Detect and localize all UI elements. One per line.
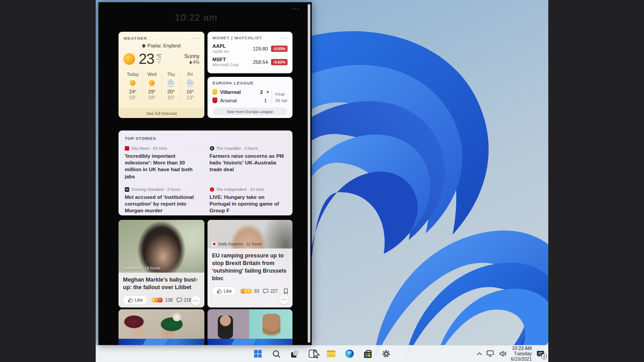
gear-icon <box>381 349 391 358</box>
fahrenheit-toggle[interactable]: °F <box>157 60 161 65</box>
reaction-count[interactable]: 138 <box>152 298 173 303</box>
comment-count[interactable]: 218 <box>177 298 191 303</box>
panel-clock: 10:22 am <box>98 12 294 23</box>
forecast-day-column[interactable]: Thu 20° 15° <box>161 71 181 102</box>
forecast-day-column[interactable]: Wed 29° 18° <box>142 71 161 102</box>
volume-icon[interactable] <box>499 350 507 357</box>
reaction-count[interactable]: 93 <box>241 289 259 294</box>
notification-center-button[interactable]: 4 <box>536 349 546 359</box>
story-item[interactable]: Sky News · 53 mins 'Incredibly important… <box>125 146 202 180</box>
story-item[interactable]: The Independent · 23 mins LIVE: Hungary … <box>210 187 287 215</box>
story-headline: LIVE: Hungary take on Portugal in openin… <box>210 194 287 215</box>
forecast-day-column[interactable]: Fri 16° 13° <box>180 71 199 102</box>
story-headline: Met accused of 'institutional corruption… <box>125 194 202 215</box>
sun-showers-icon <box>167 81 174 85</box>
weather-widget[interactable]: WEATHER ··· Poplar, England 23 °C °F Sun… <box>119 32 204 118</box>
panel-scrollbar[interactable] <box>308 4 310 343</box>
evening-standard-logo-icon: ES <box>125 187 129 192</box>
windows-logo-icon <box>254 350 262 358</box>
bookmark-icon[interactable] <box>284 288 288 294</box>
money-more-button[interactable]: ··· <box>281 37 288 39</box>
start-button[interactable] <box>252 348 264 360</box>
folder-icon <box>327 350 335 357</box>
like-button[interactable]: Like <box>212 286 237 296</box>
task-view-button[interactable] <box>288 348 301 360</box>
stock-change-badge: -0.52% <box>271 59 288 65</box>
celsius-toggle[interactable]: °C <box>157 54 161 59</box>
sports-title: EUROPA LEAGUE <box>212 80 254 85</box>
winner-indicator-icon <box>267 91 268 93</box>
network-icon[interactable] <box>487 350 495 357</box>
current-temperature: 23 <box>139 51 154 67</box>
tray-clock[interactable]: 10:23 AM Tuesday 6/15/2021 <box>511 345 532 362</box>
weather-condition: Sunny <box>184 53 199 59</box>
search-icon <box>272 349 281 358</box>
news-card[interactable] <box>208 309 292 345</box>
match-away-row: Arsenal 1 <box>212 97 268 103</box>
card-image-banner <box>208 339 292 345</box>
store-icon <box>364 352 372 358</box>
smile-emoji-icon <box>247 289 252 294</box>
card-more-button[interactable]: ··· <box>191 296 201 306</box>
edge-button[interactable] <box>343 348 356 360</box>
thumbs-up-icon <box>128 298 133 303</box>
tray-date: 6/15/2021 <box>511 357 532 362</box>
match-status: Final 29 Apr <box>271 91 288 104</box>
heart-emoji-icon <box>158 298 163 303</box>
see-more-europa-league-link[interactable]: See more Europa League <box>213 108 287 115</box>
story-item[interactable]: G The Guardian · 3 hours Farmers raise c… <box>210 146 287 180</box>
stock-row[interactable]: AAPL Apple Inc 129.80 -0.53% <box>212 43 288 54</box>
money-title: MONEY | WATCHLIST <box>212 35 262 40</box>
precipitation-value: 4% <box>193 59 199 65</box>
screen: 10:23 AM Tuesday 6/15/2021 4 10:22 am ··… <box>0 0 644 362</box>
stock-name: Microsoft Corp <box>212 63 239 67</box>
search-button[interactable] <box>270 348 283 360</box>
sun-icon <box>123 53 135 65</box>
stock-symbol: AAPL <box>212 43 229 49</box>
widgets-panel: 10:22 am ··· WEATHER ··· Poplar, England… <box>98 2 312 345</box>
daily-express-logo-icon <box>212 242 216 246</box>
stock-row[interactable]: MSFT Microsoft Corp 258.54 -0.52% <box>212 57 288 67</box>
weather-more-button[interactable]: ··· <box>193 37 200 40</box>
taskbar: 10:23 AM Tuesday 6/15/2021 4 <box>96 345 548 362</box>
comment-icon <box>177 298 182 303</box>
card-headline: EU ramping pressure up to stop Brexit Br… <box>212 252 288 282</box>
like-button[interactable]: Like <box>123 295 148 305</box>
match-home-row: Villarreal 2 <box>212 89 268 95</box>
mouse-cursor <box>313 349 320 359</box>
panel-more-button[interactable]: ··· <box>292 6 300 12</box>
store-button[interactable] <box>362 348 374 360</box>
news-card[interactable] <box>119 309 204 345</box>
sunny-icon <box>130 80 136 86</box>
settings-button[interactable] <box>380 348 393 360</box>
card-source: Heatworld · 18 hours <box>123 266 161 270</box>
comment-count[interactable]: 227 <box>263 289 278 294</box>
card-headline: Meghan Markle's baby bust-up: the fallou… <box>123 276 200 291</box>
guardian-logo-icon: G <box>210 146 214 151</box>
news-card[interactable]: Daily Express · 11 hours EU ramping pres… <box>208 220 292 307</box>
notification-badge: 4 <box>541 354 547 359</box>
system-tray: 10:23 AM Tuesday 6/15/2021 4 <box>476 345 546 362</box>
stock-price: 258.54 <box>253 59 268 65</box>
card-more-button[interactable]: ··· <box>279 295 289 304</box>
money-watchlist-widget[interactable]: MONEY | WATCHLIST ··· AAPL Apple Inc 129… <box>208 32 292 73</box>
card-image-banner <box>119 339 204 345</box>
stock-change-badge: -0.53% <box>271 46 288 52</box>
europa-league-widget[interactable]: EUROPA LEAGUE Villarreal 2 Arsenal <box>208 77 292 118</box>
sunny-icon <box>149 80 155 86</box>
stock-name: Apple Inc <box>212 49 229 54</box>
forecast-day-column[interactable]: Today 24° 15° <box>123 71 142 102</box>
tray-chevron-icon[interactable] <box>476 352 483 356</box>
file-explorer-button[interactable] <box>325 348 338 360</box>
location-pin-icon <box>142 43 146 48</box>
showers-icon <box>186 81 194 85</box>
weather-title: WEATHER <box>123 36 147 41</box>
droplet-icon <box>190 61 192 64</box>
villarreal-crest-icon <box>212 89 217 95</box>
story-headline: 'Incredibly important milestone': More t… <box>125 153 202 180</box>
see-full-forecast-link[interactable]: See full forecast <box>119 108 204 118</box>
news-card[interactable]: Heatworld · 18 hours Meghan Markle's bab… <box>119 220 204 307</box>
stock-price: 129.80 <box>253 46 268 51</box>
story-item[interactable]: ES Evening Standard · 3 hours Met accuse… <box>125 187 202 215</box>
independent-logo-icon <box>210 187 214 192</box>
